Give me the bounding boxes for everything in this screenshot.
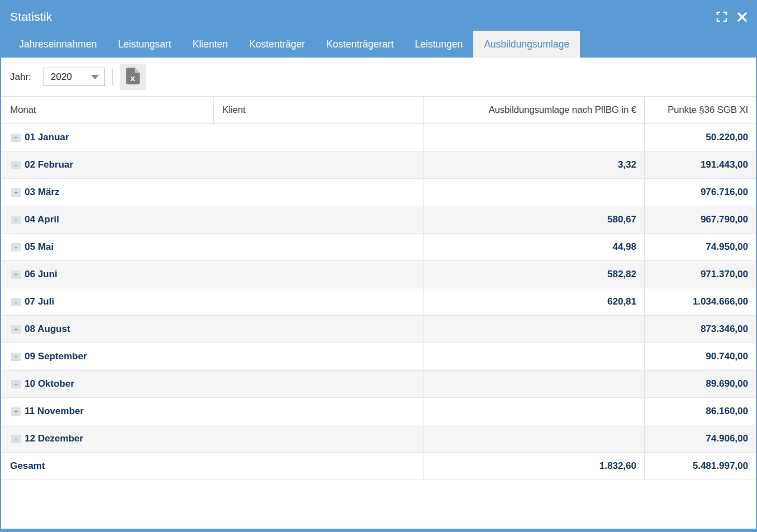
table-row[interactable]: + 10 Oktober 89.690,00 [1, 370, 756, 398]
table-row[interactable]: + 06 Juni 582,82 971.370,00 [1, 261, 756, 288]
window-header: Statistik JahreseinnahmenLeistungsartKli… [0, 0, 757, 58]
total-umlage-value: 1.832,60 [423, 453, 644, 479]
expand-plus-icon[interactable]: + [11, 243, 21, 251]
expand-plus-icon[interactable]: + [11, 216, 21, 224]
column-header-monat[interactable]: Monat [1, 97, 213, 124]
punkte-value: 967.790,00 [644, 206, 756, 233]
expand-plus-icon[interactable]: + [11, 188, 21, 197]
tab-ausbildungsumlage[interactable]: Ausbildungsumlage [473, 31, 580, 58]
year-select-value: 2020 [51, 72, 91, 83]
umlage-value [423, 179, 644, 206]
dropdown-caret-icon [91, 75, 99, 79]
table-row[interactable]: + 05 Mai 44,98 74.950,00 [1, 234, 756, 261]
table-row[interactable]: + 08 August 873.346,00 [1, 316, 756, 343]
umlage-value: 580,67 [423, 206, 644, 233]
punkte-value: 50.220,00 [644, 124, 756, 151]
expand-plus-icon[interactable]: + [11, 407, 21, 416]
month-label: 01 Januar [25, 132, 69, 143]
total-punkte-value: 5.481.997,00 [644, 453, 756, 479]
column-header-punkte[interactable]: Punkte §36 SGB XI [644, 97, 756, 124]
svg-text:x: x [130, 73, 135, 83]
month-label: 02 Februar [25, 159, 73, 170]
window-title: Statistik [10, 10, 716, 23]
punkte-value: 976.716,00 [644, 179, 756, 206]
punkte-value: 89.690,00 [644, 370, 756, 397]
excel-export-icon: x [126, 68, 140, 86]
toolbar: Jahr: 2020 x [1, 58, 756, 96]
umlage-value: 3,32 [423, 151, 644, 178]
toolbar-divider [112, 69, 113, 86]
close-icon[interactable] [736, 11, 748, 23]
umlage-value: 44,98 [423, 234, 644, 260]
title-bar: Statistik [1, 0, 756, 30]
month-label: 05 Mai [25, 241, 54, 253]
table-body: + 01 Januar 50.220,00 + 02 Februar 3,32 … [1, 124, 756, 453]
umlage-value [423, 343, 644, 370]
table-row[interactable]: + 04 April 580,67 967.790,00 [1, 206, 756, 234]
punkte-value: 971.370,00 [644, 261, 756, 288]
punkte-value: 873.346,00 [644, 316, 756, 343]
column-header-umlage[interactable]: Ausbildungsumlage nach PflBG in € [423, 97, 644, 124]
umlage-value [423, 425, 644, 452]
punkte-value: 74.906,00 [644, 425, 756, 452]
expand-plus-icon[interactable]: + [11, 325, 21, 334]
table-row[interactable]: + 07 Juli 620,81 1.034.666,00 [1, 288, 756, 316]
month-label: 11 November [25, 406, 84, 417]
tab-jahreseinnahmen[interactable]: Jahreseinnahmen [8, 31, 107, 58]
tab-kostentraeger[interactable]: Kostenträger [239, 31, 316, 58]
punkte-value: 86.160,00 [644, 398, 756, 425]
tab-content: Jahr: 2020 x Monat Klient Au [1, 58, 756, 479]
tab-klienten[interactable]: Klienten [182, 31, 238, 58]
month-label: 07 Juli [25, 296, 54, 307]
statistik-window: Statistik JahreseinnahmenLeistungsartKli… [0, 0, 757, 532]
table-row[interactable]: + 01 Januar 50.220,00 [1, 124, 756, 151]
umlage-value [423, 398, 644, 425]
expand-plus-icon[interactable]: + [11, 353, 21, 361]
month-label: 08 August [25, 324, 70, 335]
month-label: 12 Dezember [25, 433, 83, 444]
expand-plus-icon[interactable]: + [11, 435, 21, 443]
table-row[interactable]: + 11 November 86.160,00 [1, 398, 756, 425]
statistics-table: Monat Klient Ausbildungsumlage nach PflB… [1, 96, 756, 479]
month-label: 10 Oktober [25, 378, 74, 390]
tab-kostentraegerart[interactable]: Kostenträgerart [316, 31, 404, 58]
umlage-value: 620,81 [423, 288, 644, 315]
table-row[interactable]: + 09 September 90.740,00 [1, 343, 756, 370]
tab-leistungsart[interactable]: Leistungsart [107, 31, 182, 58]
total-row: Gesamt 1.832,60 5.481.997,00 [1, 453, 756, 479]
tab-leistungen[interactable]: Leistungen [404, 31, 474, 58]
year-label: Jahr: [10, 72, 31, 83]
expand-plus-icon[interactable]: + [11, 380, 21, 388]
column-header-klient[interactable]: Klient [213, 97, 423, 124]
umlage-value: 582,82 [423, 261, 644, 288]
table-header-row: Monat Klient Ausbildungsumlage nach PflB… [1, 96, 756, 124]
punkte-value: 74.950,00 [644, 234, 756, 260]
umlage-value [423, 370, 644, 397]
expand-plus-icon[interactable]: + [11, 270, 21, 279]
expand-plus-icon[interactable]: + [11, 161, 21, 169]
umlage-value [423, 124, 644, 151]
maximize-icon[interactable] [716, 11, 728, 23]
punkte-value: 90.740,00 [644, 343, 756, 370]
table-row[interactable]: + 03 März 976.716,00 [1, 179, 756, 206]
year-select[interactable]: 2020 [44, 68, 105, 86]
tab-bar: JahreseinnahmenLeistungsartKlientenKoste… [1, 30, 756, 58]
excel-export-button[interactable]: x [120, 64, 146, 90]
month-label: 06 Juni [25, 269, 58, 280]
table-row[interactable]: + 12 Dezember 74.906,00 [1, 425, 756, 453]
month-label: 03 März [25, 187, 59, 198]
total-label: Gesamt [1, 460, 45, 472]
month-label: 09 September [25, 351, 87, 362]
punkte-value: 191.443,00 [644, 151, 756, 178]
window-controls [716, 11, 748, 23]
expand-plus-icon[interactable]: + [11, 134, 21, 142]
umlage-value [423, 316, 644, 343]
table-row[interactable]: + 02 Februar 3,32 191.443,00 [1, 151, 756, 179]
expand-plus-icon[interactable]: + [11, 298, 21, 306]
month-label: 04 April [25, 214, 59, 225]
punkte-value: 1.034.666,00 [644, 288, 756, 315]
